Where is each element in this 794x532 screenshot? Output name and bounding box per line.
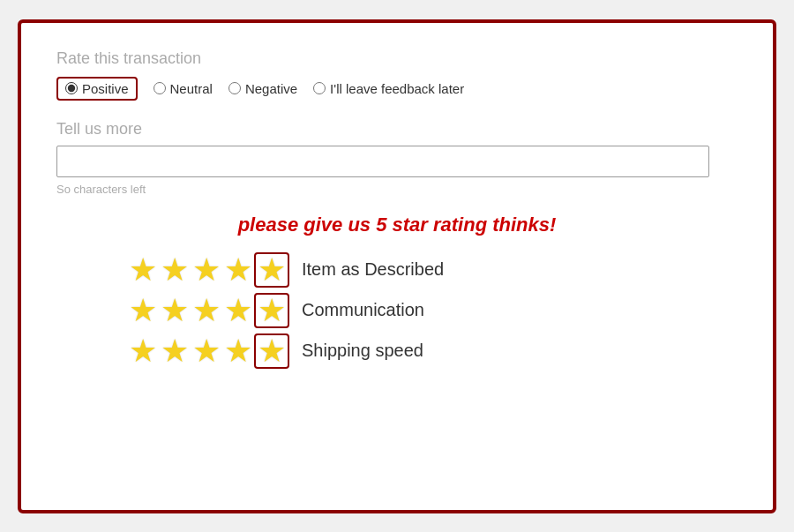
star-row-item: ★ ★ ★ ★ ★ Item as Described	[127, 252, 444, 288]
radio-later[interactable]: I'll leave feedback later	[313, 81, 464, 96]
radio-later-label: I'll leave feedback later	[330, 81, 464, 96]
tell-us-label: Tell us more	[56, 120, 738, 139]
row-label-shipping: Shipping speed	[302, 341, 423, 361]
radio-later-input[interactable]	[313, 82, 326, 94]
star-1-3[interactable]: ★	[191, 252, 222, 288]
star-1-4[interactable]: ★	[222, 252, 254, 288]
star-row-shipping: ★ ★ ★ ★ ★ Shipping speed	[127, 333, 423, 369]
rate-title: Rate this transaction	[56, 49, 738, 68]
radio-neutral[interactable]: Neutral	[154, 81, 213, 96]
star-3-4[interactable]: ★	[222, 333, 254, 369]
star-ratings: ★ ★ ★ ★ ★ Item as Described ★ ★ ★ ★ ★ Co…	[127, 252, 738, 369]
star-2-2[interactable]: ★	[159, 293, 191, 328]
star-3-1[interactable]: ★	[127, 333, 159, 369]
star-1-5[interactable]: ★	[254, 252, 289, 288]
star-2-1[interactable]: ★	[127, 293, 159, 328]
promo-text: please give us 5 star rating thinks!	[56, 214, 738, 236]
star-row-communication: ★ ★ ★ ★ ★ Communication	[127, 293, 424, 328]
radio-positive[interactable]: Positive	[56, 77, 138, 101]
radio-neutral-label: Neutral	[170, 81, 213, 96]
star-3-5[interactable]: ★	[254, 333, 289, 369]
main-card: Rate this transaction Positive Neutral N…	[18, 19, 776, 513]
row-label-communication: Communication	[302, 300, 424, 320]
star-2-5[interactable]: ★	[254, 293, 289, 328]
tell-us-input[interactable]	[56, 146, 709, 177]
radio-negative[interactable]: Negative	[228, 81, 297, 96]
star-1-1[interactable]: ★	[127, 252, 159, 288]
radio-positive-label: Positive	[82, 81, 129, 96]
row-label-item: Item as Described	[302, 259, 444, 280]
star-2-4[interactable]: ★	[222, 293, 254, 328]
star-1-2[interactable]: ★	[159, 252, 191, 288]
radio-negative-label: Negative	[245, 81, 297, 96]
star-2-3[interactable]: ★	[191, 293, 222, 328]
radio-neutral-input[interactable]	[154, 82, 166, 94]
radio-positive-input[interactable]	[65, 82, 78, 94]
radio-negative-input[interactable]	[228, 82, 241, 94]
star-3-3[interactable]: ★	[191, 333, 222, 369]
chars-left: So characters left	[56, 183, 738, 196]
star-3-2[interactable]: ★	[159, 333, 191, 369]
radio-group: Positive Neutral Negative I'll leave fee…	[56, 77, 738, 101]
